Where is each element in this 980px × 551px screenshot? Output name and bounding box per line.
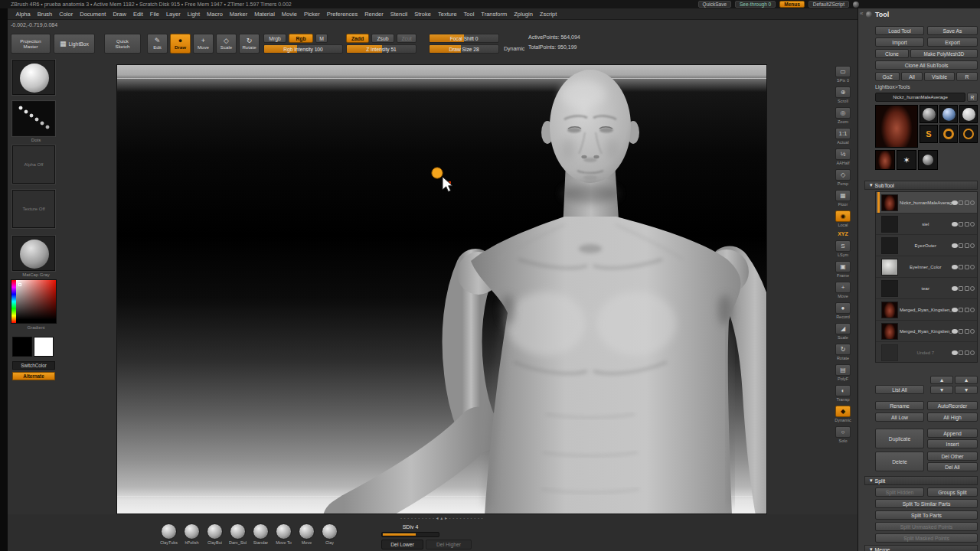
subtool-thumbnail[interactable] bbox=[881, 194, 898, 211]
import-button[interactable]: Import bbox=[875, 37, 924, 47]
quick-brush-item[interactable]: ClayBui bbox=[204, 523, 225, 545]
menu-item[interactable]: Brush bbox=[34, 11, 56, 18]
active-tool-thumbnail[interactable] bbox=[875, 105, 918, 148]
render-icon[interactable] bbox=[970, 308, 975, 312]
menu-item[interactable]: Macro bbox=[203, 11, 226, 18]
subtool-row[interactable]: siel bbox=[876, 214, 977, 235]
polypaint-icon[interactable] bbox=[959, 222, 963, 227]
polypaint-icon[interactable] bbox=[959, 350, 963, 355]
split-hidden-button[interactable]: Split Hidden bbox=[875, 487, 924, 497]
mrgb-button[interactable]: Mrgb bbox=[263, 34, 286, 43]
visibility-eye-icon[interactable] bbox=[952, 243, 958, 248]
seethrough-button[interactable]: See-through 0 bbox=[735, 1, 776, 8]
menu-item[interactable]: Stencil bbox=[387, 11, 411, 18]
current-stroke-thumbnail[interactable] bbox=[12, 101, 55, 136]
quicksave-button[interactable]: QuickSave bbox=[698, 1, 731, 8]
recent-tool-sphere-blue[interactable] bbox=[939, 105, 958, 123]
del-other-button[interactable]: Del Other bbox=[927, 452, 978, 461]
rgb-intensity-slider[interactable]: Rgb Intensity 100 bbox=[263, 44, 343, 54]
del-lower-button[interactable]: Del Lower bbox=[381, 540, 423, 549]
zcut-button[interactable]: Zcut bbox=[397, 34, 416, 43]
polymesh3d-tool[interactable] bbox=[918, 150, 938, 170]
insert-button[interactable]: Insert bbox=[927, 439, 978, 448]
quick-brush-item[interactable]: hPolish bbox=[181, 523, 202, 545]
zsub-button[interactable]: Zsub bbox=[371, 34, 394, 43]
draw-mode-button[interactable]: ● Draw bbox=[170, 34, 191, 54]
menus-button[interactable]: Menus bbox=[779, 1, 805, 8]
menu-item[interactable]: Preferences bbox=[323, 11, 361, 18]
polypaint-icon[interactable] bbox=[959, 201, 963, 205]
quick-brush-item[interactable]: Move bbox=[296, 523, 317, 545]
menu-item[interactable]: Stroke bbox=[411, 11, 435, 18]
menu-item[interactable]: Render bbox=[361, 11, 387, 18]
right-shelf-button[interactable]: 1:1 Actual bbox=[835, 128, 851, 145]
groups-split-button[interactable]: Groups Split bbox=[927, 487, 978, 497]
current-brush-thumbnail[interactable] bbox=[12, 60, 55, 95]
save-as-button[interactable]: Save As bbox=[927, 26, 978, 35]
quick-brush-item[interactable]: Dam_Std bbox=[227, 523, 248, 545]
subtool-section-header[interactable]: ▾ SubTool bbox=[864, 181, 978, 190]
menu-item[interactable]: Movie bbox=[278, 11, 300, 18]
uv-icon[interactable] bbox=[965, 308, 969, 312]
star3d-tool[interactable]: ✶ bbox=[897, 150, 916, 170]
menu-item[interactable]: Marker bbox=[226, 11, 250, 18]
menu-item[interactable]: Edit bbox=[129, 11, 146, 18]
projection-master-button[interactable]: Projection Master bbox=[11, 34, 51, 54]
viewport-canvas[interactable] bbox=[116, 64, 767, 514]
list-all-button[interactable]: List All bbox=[875, 385, 924, 394]
menu-item[interactable]: Draw bbox=[109, 11, 130, 18]
recent-tool-sphere-light[interactable] bbox=[959, 105, 978, 123]
menu-item[interactable]: Transform bbox=[478, 11, 511, 18]
ring3d-tool[interactable] bbox=[939, 125, 958, 143]
render-icon[interactable] bbox=[970, 265, 975, 269]
menu-item[interactable]: Alpha bbox=[12, 11, 34, 18]
clone-button[interactable]: Clone bbox=[875, 49, 909, 58]
visibility-eye-icon[interactable] bbox=[952, 308, 958, 312]
menu-item[interactable]: Texture bbox=[434, 11, 460, 18]
material-thumbnail[interactable] bbox=[12, 236, 55, 271]
subtool-row[interactable]: EyezOuter bbox=[876, 235, 977, 256]
merge-section-header[interactable]: ▾ Merge bbox=[864, 545, 978, 551]
subtool-row[interactable]: Nickz_humanMaleAverage bbox=[876, 192, 977, 214]
subtool-row[interactable]: Merged_Ryan_Kingslien_Anatomy bbox=[876, 299, 977, 321]
scale-mode-button[interactable]: ◇ Scale bbox=[216, 34, 237, 54]
right-shelf-button[interactable]: ↻ Rotate bbox=[835, 344, 851, 360]
recent-tool-figure[interactable] bbox=[875, 150, 895, 170]
uv-icon[interactable] bbox=[965, 350, 969, 355]
uv-icon[interactable] bbox=[965, 329, 969, 334]
uv-icon[interactable] bbox=[965, 222, 969, 227]
all-high-button[interactable]: All High bbox=[927, 412, 978, 422]
right-shelf-button[interactable]: XYZ bbox=[838, 231, 848, 236]
menu-item[interactable]: Tool bbox=[460, 11, 478, 18]
quick-brush-item[interactable]: Clay bbox=[319, 523, 340, 545]
right-shelf-button[interactable]: ◆ Dynamic bbox=[835, 406, 851, 422]
defaultzscript-button[interactable]: DefaultZScript bbox=[808, 1, 849, 8]
menu-item[interactable]: Zscript bbox=[536, 11, 560, 18]
render-icon[interactable] bbox=[970, 201, 975, 205]
draw-size-slider[interactable]: Draw Size 28 bbox=[429, 44, 499, 54]
quick-brush-item[interactable]: Move To bbox=[273, 523, 294, 545]
visibility-eye-icon[interactable] bbox=[952, 286, 958, 291]
subtool-thumbnail[interactable] bbox=[881, 344, 898, 361]
subtool-top-button[interactable]: ▲ bbox=[955, 376, 978, 384]
texture-thumbnail[interactable]: Texture Off bbox=[12, 190, 55, 228]
color-picker[interactable] bbox=[11, 279, 57, 324]
circle3d-tool[interactable] bbox=[959, 125, 978, 143]
split-section-header[interactable]: ▾ Split bbox=[864, 476, 978, 485]
polypaint-icon[interactable] bbox=[959, 286, 963, 291]
right-shelf-button[interactable]: ● Record bbox=[835, 302, 851, 319]
split-similar-parts-button[interactable]: Split To Similar Parts bbox=[875, 499, 978, 508]
right-shelf-button[interactable]: ◢ Scale bbox=[835, 323, 851, 340]
right-shelf-button[interactable]: ○ Solo bbox=[835, 426, 851, 443]
uv-icon[interactable] bbox=[965, 201, 969, 205]
right-shelf-button[interactable]: + Move bbox=[835, 282, 851, 298]
render-icon[interactable] bbox=[970, 243, 975, 248]
right-shelf-button[interactable]: ◐ Transp bbox=[835, 385, 851, 402]
rename-button[interactable]: Rename bbox=[875, 401, 924, 410]
zadd-button[interactable]: Zadd bbox=[346, 34, 369, 43]
render-icon[interactable] bbox=[970, 286, 975, 291]
rgb-button[interactable]: Rgb bbox=[289, 34, 313, 43]
right-shelf-button[interactable]: ◎ Zoom bbox=[835, 107, 851, 124]
menu-item[interactable]: Color bbox=[56, 11, 77, 18]
subtool-row[interactable]: Unded 7 bbox=[876, 342, 977, 363]
